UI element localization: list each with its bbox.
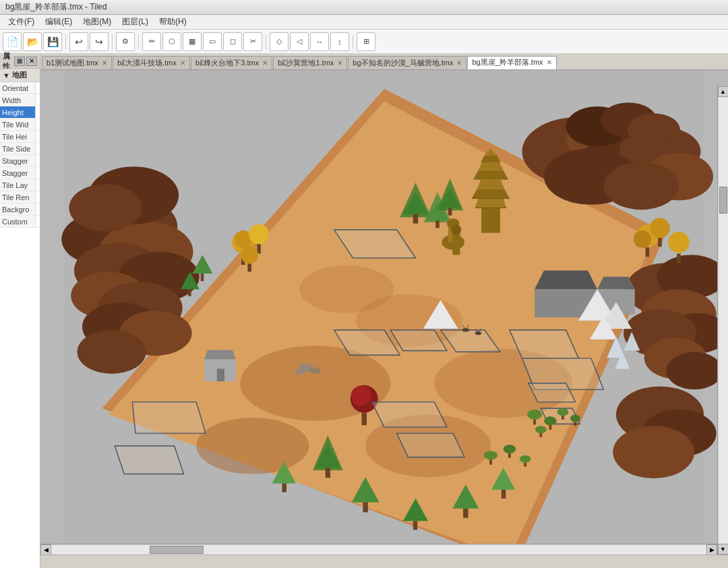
prop-value-tilerender[interactable] <box>36 191 40 203</box>
svg-rect-134 <box>489 460 492 464</box>
prop-value-background[interactable] <box>36 203 40 215</box>
stamp-tool[interactable]: ✏ <box>142 32 161 51</box>
svg-rect-80 <box>247 263 251 272</box>
flip-v-tool[interactable]: ↕ <box>330 32 349 51</box>
undo-button[interactable]: ↩ <box>69 32 88 51</box>
prop-row-tilelay: Tile Lay <box>0 179 40 191</box>
flip-h-tool[interactable]: ↔ <box>310 32 329 51</box>
panel-float-btn[interactable]: ⊠ <box>14 57 25 66</box>
svg-rect-67 <box>413 214 418 224</box>
redo-button[interactable]: ↪ <box>90 32 109 51</box>
content-area[interactable]: ▲ ▼ ◀ ▶ <box>40 70 728 568</box>
tab-label: b1测试地图.tmx <box>47 58 98 68</box>
tab-close-underground[interactable]: ✕ <box>262 59 268 67</box>
menu-bar: 文件(F) 编辑(E) 地图(M) 图层(L) 帮助(H) <box>0 15 728 30</box>
select-rect-tool[interactable]: ▭ <box>203 32 222 51</box>
prop-row-stagger2: Stagger <box>0 167 40 179</box>
tab-close-arena[interactable]: ✕ <box>180 59 185 67</box>
menu-file[interactable]: 文件(F) <box>3 15 40 29</box>
menu-edit[interactable]: 编辑(E) <box>40 15 78 29</box>
scroll-right-button[interactable]: ▶ <box>706 544 717 555</box>
scroll-thumb-horizontal[interactable] <box>150 546 204 554</box>
select-tool[interactable]: ◻ <box>223 32 242 51</box>
prop-value-height[interactable] <box>36 106 40 118</box>
prop-name-tilerender: Tile Ren <box>0 191 36 203</box>
title-bar: bg黑崖_羚羊部落.tmx - Tiled <box>0 0 728 15</box>
tab-label: bg不知名的沙漠_马贼营地.tmx <box>353 58 453 68</box>
svg-point-30 <box>78 330 146 374</box>
tab-blackcliff[interactable]: bg黑崖_羚羊部落.tmx ✕ <box>467 56 556 69</box>
tab-underground[interactable]: b£烽火台地下3.tmx ✕ <box>191 56 272 69</box>
svg-rect-100 <box>413 521 418 530</box>
prop-row-tilewid: Tile Wid <box>0 119 40 131</box>
menu-layer[interactable]: 图层(L) <box>117 15 154 29</box>
prop-value-tilelay[interactable] <box>36 179 40 191</box>
scroll-left-button[interactable]: ◀ <box>40 544 51 555</box>
scroll-track-horizontal[interactable] <box>51 545 706 555</box>
panel-controls: ⊠ ✕ <box>14 57 37 66</box>
prop-value-width[interactable] <box>36 94 40 106</box>
menu-map[interactable]: 地图(M) <box>78 15 117 29</box>
scroll-thumb-vertical[interactable] <box>719 187 727 214</box>
bottom-scrollbar[interactable]: ◀ ▶ <box>40 544 717 555</box>
prop-row-height: Height <box>0 106 40 119</box>
right-scrollbar[interactable]: ▲ ▼ <box>717 86 728 555</box>
open-button[interactable]: 📂 <box>23 32 42 51</box>
tab-testmap[interactable]: b1测试地图.tmx ✕ <box>42 56 112 69</box>
svg-rect-96 <box>282 484 286 493</box>
grid-tool[interactable]: ⊞ <box>357 32 375 51</box>
terrain-tool[interactable]: ⬡ <box>162 32 181 51</box>
svg-point-127 <box>557 408 569 416</box>
panel-close-btn[interactable]: ✕ <box>26 57 37 66</box>
main-container: 属性 ⊠ ✕ ▼ 地图 Orientat Width Height <box>0 54 728 568</box>
tab-close-testmap[interactable]: ✕ <box>102 59 107 67</box>
svg-point-125 <box>544 416 557 425</box>
tab-close-bandit[interactable]: ✕ <box>456 59 462 67</box>
svg-marker-44 <box>472 189 510 199</box>
property-section-map[interactable]: ▼ 地图 <box>0 69 40 82</box>
prop-row-custom: Custom <box>0 216 40 228</box>
new-button[interactable]: 📄 <box>3 32 22 51</box>
tab-camp[interactable]: b£沙莫营地1.tmx ✕ <box>273 56 347 69</box>
prop-value-custom[interactable] <box>36 216 40 227</box>
save-button[interactable]: 💾 <box>43 32 62 51</box>
tab-bandit[interactable]: bg不知名的沙漠_马贼营地.tmx ✕ <box>348 56 466 69</box>
svg-point-86 <box>634 230 651 248</box>
tab-close-blackcliff[interactable]: ✕ <box>547 59 552 66</box>
svg-point-35 <box>613 426 694 478</box>
svg-rect-94 <box>326 468 330 478</box>
scroll-down-button[interactable]: ▼ <box>718 544 729 555</box>
svg-marker-46 <box>473 170 508 180</box>
tab-close-camp[interactable]: ✕ <box>337 59 342 67</box>
menu-help[interactable]: 帮助(H) <box>154 15 192 29</box>
svg-point-137 <box>520 455 531 463</box>
panel-title: 属性 <box>3 51 14 71</box>
scroll-up-button[interactable]: ▲ <box>718 86 729 97</box>
map-props-button[interactable]: ⚙ <box>116 32 135 51</box>
prop-value-stagger1[interactable] <box>36 155 40 166</box>
prop-value-stagger2[interactable] <box>36 167 40 179</box>
tab-arena[interactable]: b£大漠斗技场.tmx ✕ <box>113 56 190 69</box>
eraser-tool[interactable]: ✂ <box>243 32 262 51</box>
svg-rect-126 <box>549 425 551 430</box>
shape2-tool[interactable]: ◁ <box>290 32 309 51</box>
prop-value-tilehei[interactable] <box>36 131 40 142</box>
prop-value-tileside[interactable] <box>36 143 40 154</box>
svg-marker-52 <box>535 270 597 289</box>
status-bar <box>40 555 728 568</box>
shape1-tool[interactable]: ◇ <box>270 32 289 51</box>
svg-marker-119 <box>132 402 206 433</box>
map-area[interactable]: b1测试地图.tmx ✕ b£大漠斗技场.tmx ✕ b£烽火台地下3.tmx … <box>40 54 728 568</box>
svg-rect-138 <box>524 463 526 467</box>
section-label: 地图 <box>12 70 27 80</box>
prop-value-tilewid[interactable] <box>36 119 40 130</box>
svg-rect-70 <box>435 220 439 228</box>
prop-name-tilewid: Tile Wid <box>0 119 36 130</box>
svg-rect-124 <box>533 420 536 424</box>
prop-value-orientat[interactable] <box>36 82 40 94</box>
scroll-track-vertical[interactable] <box>719 97 728 544</box>
separator-4 <box>266 34 266 49</box>
fill-tool[interactable]: ▦ <box>183 32 202 51</box>
prop-name-stagger1: Stagger <box>0 155 36 166</box>
prop-name-custom: Custom <box>0 216 36 227</box>
